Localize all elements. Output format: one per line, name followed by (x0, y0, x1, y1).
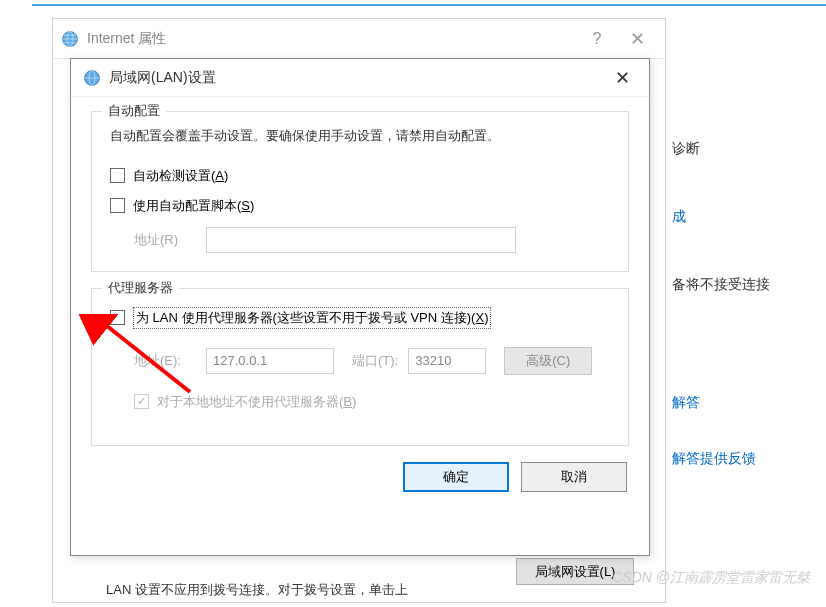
proxy-address-label: 地址(E): (134, 352, 196, 370)
side-text-noconn: 备将不接受连接 (672, 276, 822, 294)
cancel-button[interactable]: 取消 (521, 462, 627, 492)
watermark: CSDN @江南霹雳堂雷家雷无桀 (612, 569, 810, 587)
ok-button[interactable]: 确定 (403, 462, 509, 492)
use-proxy-label: 为 LAN 使用代理服务器(这些设置不用于拨号或 VPN 连接)(X) (133, 307, 491, 329)
background-side-links: 诊断 成 备将不接受连接 解答 解答提供反馈 (672, 140, 822, 518)
use-proxy-checkbox[interactable] (110, 310, 125, 325)
side-link-answer[interactable]: 解答 (672, 394, 822, 412)
proxy-address-row: 地址(E): 端口(T): 高级(C) (134, 347, 610, 375)
proxy-port-label: 端口(T): (352, 352, 398, 370)
bypass-local-row: 对于本地地址不使用代理服务器(B) (134, 393, 610, 411)
auto-config-desc: 自动配置会覆盖手动设置。要确保使用手动设置，请禁用自动配置。 (110, 126, 610, 147)
script-address-label: 地址(R) (134, 231, 196, 249)
use-script-checkbox[interactable] (110, 198, 125, 213)
internet-properties-titlebar: Internet 属性 ? ✕ (53, 19, 665, 59)
dialog-button-row: 确定 取消 (91, 462, 629, 492)
close-button-parent[interactable]: ✕ (617, 24, 657, 54)
auto-config-legend: 自动配置 (102, 102, 166, 120)
lan-desc-bg: LAN 设置不应用到拨号连接。对于拨号设置，单击上 (106, 581, 408, 599)
close-button-lan[interactable]: ✕ (607, 67, 637, 89)
side-text-diag: 诊断 (672, 140, 822, 158)
auto-detect-row[interactable]: 自动检测设置(A) (110, 167, 610, 185)
globe-icon (83, 69, 101, 87)
bypass-local-checkbox (134, 394, 149, 409)
use-proxy-row[interactable]: 为 LAN 使用代理服务器(这些设置不用于拨号或 VPN 连接)(X) (110, 307, 610, 329)
use-script-label: 使用自动配置脚本(S) (133, 197, 254, 215)
help-button[interactable]: ? (577, 24, 617, 54)
auto-config-group: 自动配置 自动配置会覆盖手动设置。要确保使用手动设置，请禁用自动配置。 自动检测… (91, 111, 629, 272)
auto-detect-checkbox[interactable] (110, 168, 125, 183)
proxy-address-input (206, 348, 334, 374)
lan-titlebar: 局域网(LAN)设置 ✕ (71, 59, 649, 97)
auto-detect-label: 自动检测设置(A) (133, 167, 228, 185)
lan-settings-dialog: 局域网(LAN)设置 ✕ 自动配置 自动配置会覆盖手动设置。要确保使用手动设置，… (70, 58, 650, 556)
script-address-row: 地址(R) (134, 227, 610, 253)
side-link-feedback[interactable]: 解答提供反馈 (672, 450, 822, 468)
proxy-port-input (408, 348, 486, 374)
use-script-row[interactable]: 使用自动配置脚本(S) (110, 197, 610, 215)
bypass-local-label: 对于本地地址不使用代理服务器(B) (157, 393, 356, 411)
script-address-input (206, 227, 516, 253)
lan-dialog-body: 自动配置 自动配置会覆盖手动设置。要确保使用手动设置，请禁用自动配置。 自动检测… (71, 97, 649, 504)
internet-properties-title: Internet 属性 (87, 30, 577, 48)
globe-icon (61, 30, 79, 48)
proxy-server-group: 代理服务器 为 LAN 使用代理服务器(这些设置不用于拨号或 VPN 连接)(X… (91, 288, 629, 446)
advanced-button: 高级(C) (504, 347, 592, 375)
proxy-server-legend: 代理服务器 (102, 279, 179, 297)
side-link-done[interactable]: 成 (672, 208, 822, 226)
lan-dialog-title: 局域网(LAN)设置 (109, 69, 607, 87)
